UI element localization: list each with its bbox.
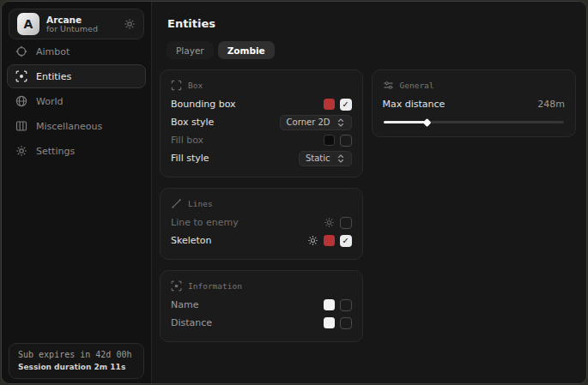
left-column: Box Bounding box ✓ Box style Co — [160, 69, 363, 342]
box-style-dropdown[interactable]: Corner 2D — [280, 115, 352, 130]
page-title: Entities — [167, 17, 586, 30]
lines-card-header: Lines — [171, 198, 352, 209]
dropdown-value: Static — [306, 153, 330, 163]
chevron-updown-icon — [336, 117, 345, 128]
slider-fill — [384, 121, 427, 123]
slider-thumb[interactable] — [423, 118, 432, 127]
sidebar-nav: Aimbot Entities World Miscellaneous — [2, 39, 151, 163]
brand-settings-icon[interactable] — [124, 18, 136, 30]
general-card: General Max distance 248m — [372, 69, 577, 137]
setting-row-fill-style: Fill style Static — [171, 149, 352, 167]
line-to-enemy-settings-icon[interactable] — [324, 217, 335, 228]
line-to-enemy-checkbox[interactable] — [340, 217, 352, 229]
dropdown-value: Corner 2D — [287, 117, 330, 127]
setting-row-max-distance: Max distance 248m — [383, 95, 566, 113]
card-title: Box — [188, 81, 203, 90]
sidebar-item-miscellaneous[interactable]: Miscellaneous — [7, 114, 146, 138]
name-checkbox[interactable] — [340, 299, 352, 311]
color-swatch[interactable] — [324, 317, 335, 328]
chevron-updown-icon — [336, 153, 345, 164]
subscription-status-card: Sub expires in 42d 00h Session duration … — [9, 343, 144, 379]
sidebar-item-label: Settings — [36, 146, 75, 157]
session-duration-text: Session duration 2m 11s — [18, 363, 135, 371]
right-column: General Max distance 248m — [372, 69, 577, 137]
setting-label: Fill box — [171, 135, 203, 146]
setting-row-skeleton: Skeleton ✓ — [171, 232, 352, 250]
distance-checkbox[interactable] — [340, 317, 352, 329]
information-card-header: Information — [171, 280, 352, 292]
sidebar-item-entities[interactable]: Entities — [7, 64, 146, 88]
setting-row-box-style: Box style Corner 2D — [171, 113, 352, 131]
settings-content: Box Bounding box ✓ Box style Co — [160, 69, 576, 383]
diagonal-line-icon — [171, 198, 182, 209]
crosshair-icon — [15, 45, 27, 57]
box-card: Box Bounding box ✓ Box style Co — [160, 69, 363, 177]
max-distance-value: 248m — [537, 99, 565, 110]
general-card-header: General — [383, 80, 566, 91]
sidebar-item-settings[interactable]: Settings — [7, 139, 146, 163]
setting-label: Name — [171, 299, 198, 310]
gear-icon — [15, 145, 27, 157]
setting-label: Fill style — [171, 153, 209, 164]
setting-label: Skeleton — [171, 235, 212, 246]
entity-tabs: Player Zombie — [167, 41, 586, 59]
fill-box-checkbox[interactable] — [340, 135, 352, 147]
setting-row-name: Name — [171, 296, 352, 314]
color-swatch[interactable] — [324, 299, 335, 310]
setting-label: Max distance — [383, 99, 446, 110]
brand-texts: Arcane for Untumed — [46, 15, 98, 34]
lines-card: Lines Line to enemy Skeleton — [160, 188, 363, 260]
fill-style-dropdown[interactable]: Static — [299, 151, 352, 166]
setting-row-distance: Distance — [171, 314, 352, 332]
card-title: General — [400, 81, 434, 90]
tab-zombie[interactable]: Zombie — [218, 41, 275, 59]
sub-expiry-text: Sub expires in 42d 00h — [18, 350, 135, 359]
globe-icon — [15, 95, 27, 107]
app-subtitle: for Untumed — [46, 25, 98, 34]
brand-card: A Arcane for Untumed — [9, 9, 144, 39]
skeleton-checkbox[interactable]: ✓ — [340, 235, 352, 247]
sidebar-item-world[interactable]: World — [7, 89, 146, 113]
sidebar-item-aimbot[interactable]: Aimbot — [7, 39, 146, 63]
information-card: Information Name Distance — [160, 270, 363, 342]
corners-icon — [171, 80, 182, 91]
setting-label: Box style — [171, 117, 214, 128]
skeleton-settings-icon[interactable] — [307, 235, 318, 246]
card-title: Information — [188, 281, 242, 291]
scan-icon — [15, 70, 27, 82]
setting-row-bounding-box: Bounding box ✓ — [171, 95, 352, 113]
setting-label: Line to enemy — [171, 217, 239, 228]
scan-dot-icon — [171, 280, 182, 292]
columns-icon — [15, 120, 27, 132]
sidebar-item-label: Entities — [36, 71, 71, 82]
color-swatch[interactable] — [324, 99, 335, 110]
sidebar: A Arcane for Untumed Category Aimbot — [2, 2, 152, 383]
box-card-header: Box — [171, 80, 352, 91]
setting-row-line-to-enemy: Line to enemy — [171, 214, 352, 232]
app-name: Arcane — [46, 15, 98, 25]
max-distance-slider[interactable] — [384, 121, 565, 123]
sidebar-item-label: Miscellaneous — [36, 121, 102, 132]
sliders-icon — [383, 80, 394, 91]
setting-label: Bounding box — [171, 99, 236, 110]
color-swatch[interactable] — [324, 135, 335, 146]
tab-player[interactable]: Player — [167, 41, 214, 59]
color-swatch[interactable] — [324, 235, 335, 246]
card-title: Lines — [188, 199, 213, 208]
setting-row-fill-box: Fill box — [171, 131, 352, 149]
sidebar-item-label: Aimbot — [36, 46, 70, 57]
app-logo: A — [17, 13, 39, 35]
setting-label: Distance — [171, 317, 212, 328]
bounding-box-checkbox[interactable]: ✓ — [340, 99, 352, 111]
main-panel: Entities Player Zombie Box Bounding box — [153, 2, 586, 383]
sidebar-item-label: World — [36, 96, 64, 107]
app-window: A Arcane for Untumed Category Aimbot — [1, 1, 587, 384]
